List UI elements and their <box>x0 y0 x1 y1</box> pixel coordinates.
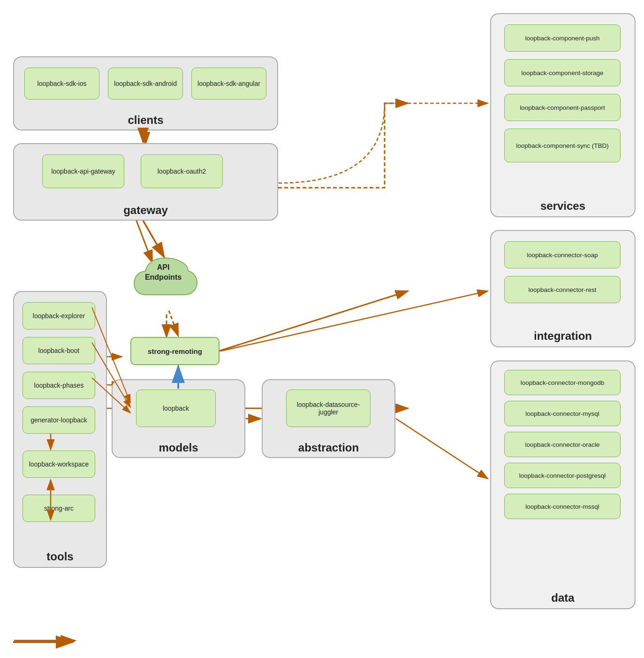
comp-lb-connector-soap: loopback-connector-soap <box>504 241 621 268</box>
comp-loopback-boot: loopback-boot <box>23 337 95 364</box>
svg-line-21 <box>143 221 164 257</box>
tools-group: loopback-explorer loopback-boot loopback… <box>13 291 107 568</box>
comp-loopback-sdk-ios: loopback-sdk-ios <box>24 68 99 99</box>
api-endpoints-text: APIEndpoints <box>121 253 205 283</box>
comp-lb-connector-oracle: loopback-connector-oracle <box>504 432 621 457</box>
comp-strong-remoting: strong-remoting <box>130 337 220 365</box>
comp-strong-arc: strong-arc <box>23 495 95 522</box>
data-group: loopback-connector-mongodb loopback-conn… <box>490 360 636 609</box>
models-group: loopback models <box>112 379 245 458</box>
abstraction-group: loopback-datasource-juggler abstraction <box>262 379 395 458</box>
comp-lb-connector-rest: loopback-connector-rest <box>504 276 621 303</box>
comp-lb-connector-mysql: loopback-connector-mysql <box>504 401 621 426</box>
clients-group: loopback-sdk-ios loopback-sdk-android lo… <box>13 56 278 130</box>
comp-lb-connector-mongodb: loopback-connector-mongodb <box>504 370 621 395</box>
svg-line-22 <box>169 311 178 336</box>
svg-line-26 <box>396 419 488 479</box>
comp-loopback-sdk-angular: loopback-sdk-angular <box>191 68 266 99</box>
svg-line-23 <box>220 291 488 351</box>
integration-label: integration <box>491 329 635 343</box>
comp-loopback: loopback <box>136 390 216 427</box>
clients-label: clients <box>14 114 277 127</box>
comp-loopback-phases: loopback-phases <box>23 372 95 399</box>
comp-loopback-workspace: loopback-workspace <box>23 451 95 478</box>
gateway-label: gateway <box>14 204 277 217</box>
svg-line-7 <box>216 291 408 352</box>
comp-loopback-datasource-juggler: loopback-datasource-juggler <box>286 390 371 427</box>
comp-lb-component-storage: loopback-component-storage <box>504 59 621 86</box>
integration-group: loopback-connector-soap loopback-connect… <box>490 230 636 347</box>
comp-loopback-api-gateway: loopback-api-gateway <box>42 154 124 188</box>
tools-label: tools <box>14 550 106 563</box>
comp-loopback-sdk-android: loopback-sdk-android <box>108 68 183 99</box>
services-label: services <box>491 199 635 213</box>
gateway-group: loopback-api-gateway loopback-oauth2 gat… <box>13 143 278 221</box>
comp-lb-connector-mssql: loopback-connector-mssql <box>504 494 621 519</box>
comp-loopback-oauth2: loopback-oauth2 <box>141 154 223 188</box>
comp-generator-loopback: generator-loopback <box>23 406 95 434</box>
diagram-container: loopback-sdk-ios loopback-sdk-android lo… <box>0 0 644 658</box>
services-group: loopback-component-push loopback-compone… <box>490 13 636 217</box>
comp-lb-component-sync: loopback-component-sync (TBD) <box>504 129 621 162</box>
models-label: models <box>113 441 244 454</box>
api-endpoints-cloud: APIEndpoints <box>121 253 205 310</box>
comp-lb-connector-postgresql: loopback-connector-postgresql <box>504 463 621 488</box>
comp-loopback-explorer: loopback-explorer <box>23 302 95 329</box>
abstraction-label: abstraction <box>263 441 394 454</box>
comp-lb-component-push: loopback-component-push <box>504 24 621 52</box>
comp-lb-component-passport: loopback-component-passport <box>504 94 621 121</box>
data-label: data <box>491 591 635 604</box>
